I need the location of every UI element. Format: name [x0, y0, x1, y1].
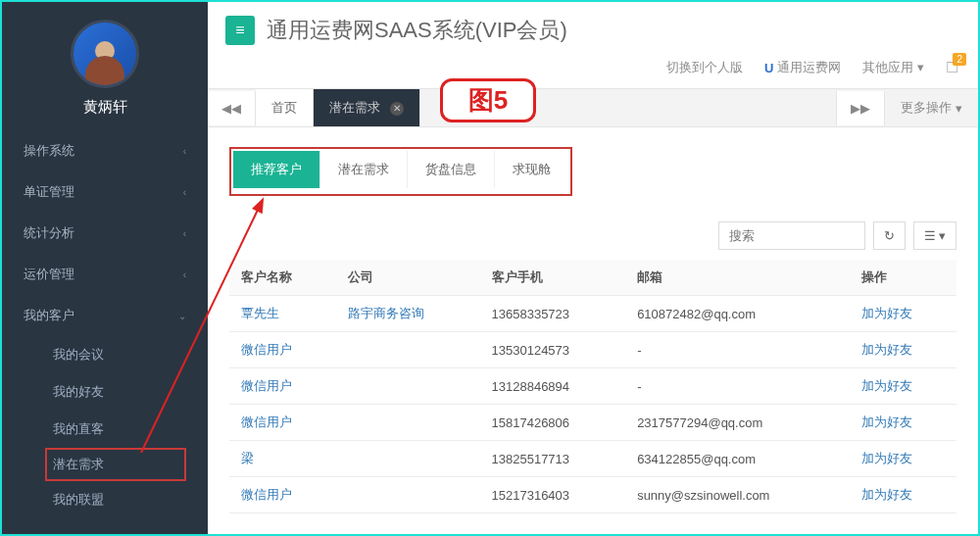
freight-net-link[interactable]: U通用运费网 [764, 59, 841, 76]
chevron-left-icon: ‹ [183, 187, 186, 198]
caret-down-icon: ▾ [917, 60, 924, 74]
refresh-icon: ↻ [884, 228, 895, 243]
customer-name-link[interactable]: 覃先生 [241, 306, 279, 320]
table-row: 微信用户13128846894-加为好友 [229, 368, 956, 405]
sidebar-sub-meetings[interactable]: 我的会议 [2, 336, 208, 373]
email-cell: 634122855@qq.com [625, 441, 850, 477]
chevron-left-icon: ‹ [183, 228, 186, 239]
chevron-left-icon: ‹ [183, 269, 186, 280]
add-friend-link[interactable]: 加为好友 [861, 414, 912, 429]
u-logo-icon: U [764, 61, 773, 75]
sidebar-item-customers[interactable]: 我的客户⌄ [2, 295, 208, 336]
customers-table: 客户名称 公司 客户手机 邮箱 操作 覃先生路宇商务咨询136583357236… [229, 260, 956, 513]
sidebar-sub-alliance[interactable]: 我的联盟 [2, 481, 208, 518]
tab-label: 潜在需求 [329, 100, 380, 115]
table-row: 微信用户158174268062317577294@qq.com加为好友 [229, 405, 956, 441]
sidebar-item-label: 单证管理 [24, 183, 74, 201]
customer-name-link[interactable]: 微信用户 [241, 414, 292, 429]
add-friend-link[interactable]: 加为好友 [861, 487, 912, 502]
email-cell: 2317577294@qq.com [625, 405, 850, 441]
phone-cell: 13825517713 [480, 441, 626, 477]
col-name[interactable]: 客户名称 [229, 260, 336, 296]
tab-bar: ◀◀ 首页 潜在需求 ✕ ▶▶ 更多操作▾ [208, 88, 978, 127]
sidebar-item-label: 操作系统 [24, 142, 74, 160]
sidebar-sub-friends[interactable]: 我的好友 [2, 373, 208, 411]
phone-cell: 13530124573 [480, 332, 626, 368]
customer-name-link[interactable]: 梁 [241, 451, 254, 465]
tab-nav-prev[interactable]: ◀◀ [208, 91, 256, 125]
search-input[interactable] [718, 221, 865, 250]
more-ops-label: 更多操作 [901, 99, 952, 117]
profile-block: 黄炳轩 [2, 2, 208, 130]
col-action[interactable]: 操作 [850, 260, 956, 296]
sidebar-item-label: 统计分析 [24, 224, 74, 242]
email-cell: 610872482@qq.com [625, 296, 850, 332]
email-cell: sunny@szsinowell.com [625, 477, 850, 513]
page-title: 通用运费网SAAS系统(VIP会员) [267, 16, 567, 45]
menu-toggle-button[interactable]: ≡ [225, 16, 255, 45]
table-toolbar: ↻ ☰▾ [229, 221, 956, 250]
sidebar: 黄炳轩 操作系统‹ 单证管理‹ 统计分析‹ 运价管理‹ 我的客户⌄ 我的会议 我… [2, 2, 208, 534]
avatar [71, 20, 139, 88]
username: 黄炳轩 [2, 98, 208, 117]
caret-down-icon: ▾ [956, 101, 962, 116]
caret-down-icon: ▾ [939, 228, 946, 243]
pill-tab-group: 推荐客户 潜在需求 货盘信息 求现舱 [229, 147, 572, 196]
col-email[interactable]: 邮箱 [625, 260, 850, 296]
col-company[interactable]: 公司 [336, 260, 479, 296]
pill-space[interactable]: 求现舱 [495, 151, 568, 188]
header-toolbar: 切换到个人版 U通用运费网 其他应用 ▾ ☐ 2 [208, 53, 978, 88]
customer-name-link[interactable]: 微信用户 [241, 378, 292, 393]
tab-nav-next[interactable]: ▶▶ [836, 91, 885, 125]
add-friend-link[interactable]: 加为好友 [861, 451, 912, 465]
customer-name-link[interactable]: 微信用户 [241, 342, 292, 357]
add-friend-link[interactable]: 加为好友 [861, 306, 912, 320]
email-cell: - [625, 332, 850, 368]
switch-personal-link[interactable]: 切换到个人版 [666, 59, 743, 76]
content-area: 推荐客户 潜在需求 货盘信息 求现舱 ↻ ☰▾ 客户名称 公司 客户手机 邮箱 … [208, 127, 978, 534]
tab-home[interactable]: 首页 [256, 89, 314, 126]
company-link[interactable]: 路宇商务咨询 [348, 306, 424, 320]
sidebar-item-price[interactable]: 运价管理‹ [2, 254, 208, 295]
sidebar-sub-direct[interactable]: 我的直客 [2, 411, 208, 448]
chevron-left-icon: ‹ [183, 146, 186, 157]
double-chevron-right-icon: ▶▶ [851, 101, 870, 116]
sidebar-item-label: 我的客户 [24, 307, 74, 324]
sidebar-item-stats[interactable]: 统计分析‹ [2, 213, 208, 254]
table-row: 微信用户13530124573-加为好友 [229, 332, 956, 368]
refresh-button[interactable]: ↻ [873, 221, 906, 250]
sidebar-item-os[interactable]: 操作系统‹ [2, 130, 208, 171]
email-cell: - [625, 368, 850, 405]
table-header-row: 客户名称 公司 客户手机 邮箱 操作 [229, 260, 956, 296]
columns-button[interactable]: ☰▾ [913, 221, 956, 250]
sidebar-item-docs[interactable]: 单证管理‹ [2, 171, 208, 213]
add-friend-link[interactable]: 加为好友 [861, 378, 912, 393]
topbar: ≡ 通用运费网SAAS系统(VIP会员) [208, 2, 978, 53]
notifications-button[interactable]: ☐ 2 [946, 59, 958, 76]
hamburger-icon: ≡ [235, 22, 244, 39]
add-friend-link[interactable]: 加为好友 [861, 342, 912, 357]
close-icon: ✕ [393, 103, 401, 114]
pill-potential[interactable]: 潜在需求 [320, 151, 408, 188]
tab-close-button[interactable]: ✕ [390, 102, 404, 116]
col-phone[interactable]: 客户手机 [480, 260, 626, 296]
phone-cell: 13128846894 [480, 368, 626, 405]
tab-potential[interactable]: 潜在需求 ✕ [314, 89, 420, 126]
double-chevron-left-icon: ◀◀ [221, 101, 241, 116]
pill-cargo[interactable]: 货盘信息 [408, 151, 495, 188]
sidebar-sub-potential[interactable]: 潜在需求 [45, 448, 186, 481]
table-row: 微信用户15217316403sunny@szsinowell.com加为好友 [229, 477, 956, 513]
notification-badge: 2 [953, 53, 966, 66]
sidebar-item-label: 运价管理 [24, 266, 74, 283]
customer-name-link[interactable]: 微信用户 [241, 487, 292, 502]
phone-cell: 15817426806 [480, 405, 626, 441]
more-operations-dropdown[interactable]: 更多操作▾ [885, 89, 978, 126]
freight-net-label: 通用运费网 [777, 59, 841, 76]
phone-cell: 13658335723 [480, 296, 626, 332]
other-apps-label: 其他应用 [862, 60, 913, 74]
other-apps-dropdown[interactable]: 其他应用 ▾ [862, 59, 924, 76]
main-panel: ≡ 通用运费网SAAS系统(VIP会员) 切换到个人版 U通用运费网 其他应用 … [208, 2, 978, 534]
pill-recommend[interactable]: 推荐客户 [233, 151, 320, 188]
table-row: 梁13825517713634122855@qq.com加为好友 [229, 441, 956, 477]
phone-cell: 15217316403 [480, 477, 626, 513]
